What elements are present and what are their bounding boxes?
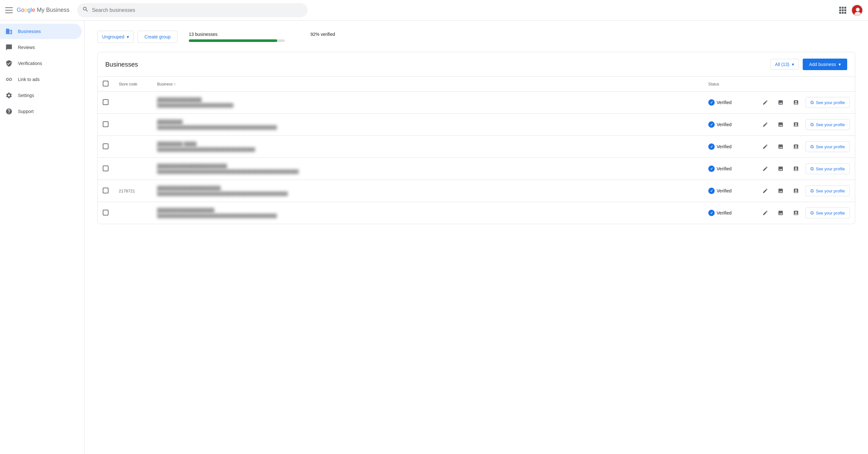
photo-button[interactable] bbox=[775, 185, 786, 196]
see-profile-label: See your profile bbox=[816, 144, 845, 149]
see-profile-button[interactable]: G See your profile bbox=[806, 141, 850, 152]
progress-bar-fill bbox=[189, 39, 277, 42]
search-icon bbox=[82, 6, 89, 14]
edit-button[interactable] bbox=[760, 97, 771, 108]
row-actions: G See your profile bbox=[754, 202, 855, 224]
status-text: Verified bbox=[717, 122, 732, 127]
user-avatar[interactable] bbox=[851, 4, 863, 16]
status-text: Verified bbox=[717, 188, 732, 193]
edit-button[interactable] bbox=[760, 141, 771, 152]
top-nav: Google My Business bbox=[0, 0, 868, 21]
main-content: Ungrouped ▾ Create group 13 businesses 9… bbox=[85, 21, 868, 454]
row-actions: G See your profile bbox=[754, 114, 855, 136]
row-checkbox[interactable] bbox=[103, 188, 108, 193]
verified-icon bbox=[708, 210, 715, 216]
see-profile-button[interactable]: G See your profile bbox=[806, 208, 850, 218]
row-business-name: ██████████████ bbox=[157, 97, 698, 102]
sidebar-item-businesses-label: Businesses bbox=[18, 29, 41, 34]
post-button[interactable] bbox=[790, 207, 802, 219]
edit-button[interactable] bbox=[760, 185, 771, 196]
post-button[interactable] bbox=[790, 97, 802, 108]
create-group-button[interactable]: Create group bbox=[137, 31, 177, 43]
sidebar-item-support[interactable]: Support bbox=[0, 104, 82, 119]
verified-stat: 92% verified bbox=[310, 32, 335, 37]
app-logo[interactable]: Google My Business bbox=[17, 7, 69, 13]
status-text: Verified bbox=[717, 100, 732, 105]
add-business-label: Add business bbox=[809, 62, 836, 67]
row-business-name: ██████████████████████ bbox=[157, 163, 698, 169]
businesses-table: Store code Business ↑ Status bbox=[98, 77, 855, 224]
filter-bar: Ungrouped ▾ Create group 13 businesses 9… bbox=[97, 31, 855, 43]
businesses-card: Businesses All (13) ▾ Add business ▾ bbox=[97, 52, 855, 224]
photo-button[interactable] bbox=[775, 141, 786, 152]
row-actions: G See your profile bbox=[754, 92, 855, 114]
row-business-info: ██████████████████████ █████████████████… bbox=[152, 158, 703, 180]
row-checkbox[interactable] bbox=[103, 144, 108, 149]
table-row: 2178721 ████████████████████ ███████████… bbox=[98, 180, 855, 202]
chevron-down-icon: ▾ bbox=[127, 34, 129, 39]
edit-button[interactable] bbox=[760, 163, 771, 175]
photo-button[interactable] bbox=[775, 163, 786, 175]
chevron-down-icon: ▾ bbox=[792, 62, 794, 67]
post-button[interactable] bbox=[790, 185, 802, 196]
row-business-info: ████████ ███████████████████████████████… bbox=[152, 114, 703, 136]
row-business-addr: ████████████████████████████ bbox=[157, 103, 698, 108]
post-button[interactable] bbox=[790, 119, 802, 130]
businesses-icon bbox=[5, 28, 13, 35]
photo-button[interactable] bbox=[775, 119, 786, 130]
row-checkbox[interactable] bbox=[103, 165, 108, 171]
see-profile-label: See your profile bbox=[816, 100, 845, 105]
businesses-card-header: Businesses All (13) ▾ Add business ▾ bbox=[98, 52, 855, 77]
row-checkbox[interactable] bbox=[103, 210, 108, 215]
row-store-code bbox=[114, 136, 152, 158]
row-business-addr: ████████████████████████████████████ bbox=[157, 147, 698, 152]
status-text: Verified bbox=[717, 144, 732, 149]
see-profile-button[interactable]: G See your profile bbox=[806, 185, 850, 196]
row-business-name: ██████████████████ bbox=[157, 208, 698, 213]
row-checkbox[interactable] bbox=[103, 99, 108, 105]
row-checkbox-cell bbox=[98, 136, 114, 158]
see-profile-button[interactable]: G See your profile bbox=[806, 119, 850, 130]
sidebar: Businesses Reviews Verifications Link to… bbox=[0, 21, 85, 454]
table-row: ██████████████ █████████████████████████… bbox=[98, 92, 855, 114]
th-business[interactable]: Business ↑ bbox=[152, 77, 703, 92]
edit-button[interactable] bbox=[760, 119, 771, 130]
photo-button[interactable] bbox=[775, 207, 786, 219]
table-row: ██████████████████ █████████████████████… bbox=[98, 202, 855, 224]
row-business-addr: ████████████████████████████████████████… bbox=[157, 170, 698, 174]
hamburger-menu-icon[interactable] bbox=[5, 6, 13, 14]
select-all-checkbox[interactable] bbox=[103, 81, 108, 86]
th-store-code: Store code bbox=[114, 77, 152, 92]
table-row: ████████ ████ ██████████████████████████… bbox=[98, 136, 855, 158]
post-button[interactable] bbox=[790, 163, 802, 175]
ungrouped-dropdown[interactable]: Ungrouped ▾ bbox=[97, 31, 134, 43]
settings-icon bbox=[5, 92, 13, 99]
apps-grid-icon[interactable] bbox=[839, 7, 846, 14]
row-actions: G See your profile bbox=[754, 136, 855, 158]
all-filter-dropdown[interactable]: All (13) ▾ bbox=[770, 59, 799, 70]
add-business-chevron-icon: ▾ bbox=[839, 62, 841, 67]
row-business-addr: ████████████████████████████████████████… bbox=[157, 191, 698, 196]
search-input[interactable] bbox=[92, 7, 303, 13]
row-status: Verified bbox=[703, 180, 754, 202]
add-business-button[interactable]: Add business ▾ bbox=[803, 59, 847, 70]
post-button[interactable] bbox=[790, 141, 802, 152]
row-checkbox[interactable] bbox=[103, 121, 108, 127]
status-text: Verified bbox=[717, 210, 732, 215]
see-profile-button[interactable]: G See your profile bbox=[806, 163, 850, 174]
sidebar-item-verifications[interactable]: Verifications bbox=[0, 56, 82, 71]
sidebar-item-link-to-ads[interactable]: Link to ads bbox=[0, 72, 82, 87]
sidebar-item-businesses[interactable]: Businesses bbox=[0, 24, 82, 39]
sidebar-item-reviews[interactable]: Reviews bbox=[0, 40, 82, 55]
edit-button[interactable] bbox=[760, 207, 771, 219]
row-status: Verified bbox=[703, 92, 754, 114]
th-checkbox bbox=[98, 77, 114, 92]
sidebar-item-link-to-ads-label: Link to ads bbox=[18, 77, 40, 82]
see-profile-label: See your profile bbox=[816, 211, 845, 215]
verified-icon bbox=[708, 144, 715, 150]
see-profile-button[interactable]: G See your profile bbox=[806, 97, 850, 108]
row-checkbox-cell bbox=[98, 92, 114, 114]
sidebar-item-settings[interactable]: Settings bbox=[0, 88, 82, 103]
search-bar bbox=[77, 3, 308, 17]
photo-button[interactable] bbox=[775, 97, 786, 108]
